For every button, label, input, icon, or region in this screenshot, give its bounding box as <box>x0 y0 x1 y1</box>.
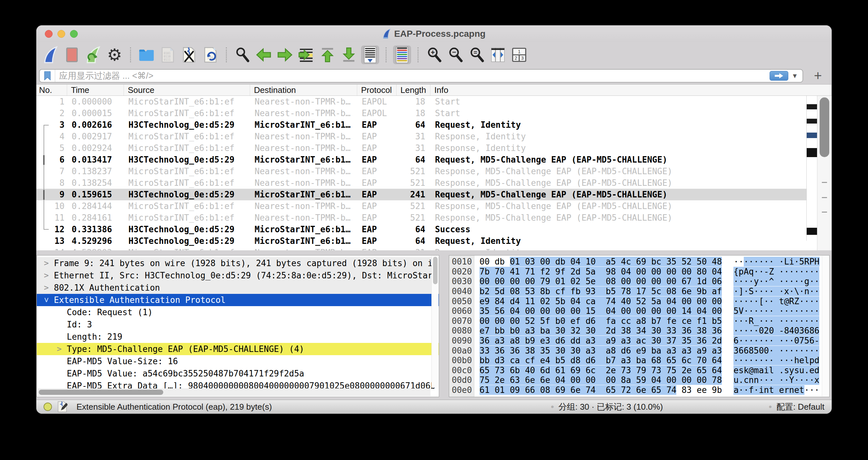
hex-row[interactable]: 00d075 2e 63 6e 6e 04 00 00 00 8a 59 04 … <box>449 375 822 385</box>
column-header-no[interactable]: No. <box>36 85 67 96</box>
hex-bytes[interactable]: 00 db 01 03 00 db 04 10 a5 4c 69 bc 35 5… <box>479 257 722 266</box>
hex-selected-run[interactable]: ·····[·· t@RZ···· <box>734 296 819 306</box>
column-header-source[interactable]: Source <box>124 85 250 96</box>
hex-row[interactable]: 001000 db 01 03 00 db 04 10 a5 4c 69 bc … <box>449 257 822 267</box>
go-back-icon[interactable] <box>255 45 273 64</box>
ascii-bytes[interactable]: ····y··^ ·····g·· <box>734 276 819 286</box>
ascii-bytes[interactable]: ········ ···helpd <box>734 356 819 365</box>
column-header-destination[interactable]: Destination <box>250 85 357 96</box>
hex-bytes[interactable]: 00 00 00 52 5f b0 ef d6 fa cc a8 b7 fe c… <box>479 316 722 326</box>
filter-apply-button[interactable] <box>770 71 788 80</box>
hex-run[interactable]: 83 ee 9b <box>676 385 722 395</box>
hex-row[interactable]: 006035 56 04 00 00 00 00 15 04 00 00 00 … <box>449 306 822 316</box>
hex-selected-run[interactable]: ········ ···helpd <box>734 356 819 365</box>
hex-bytes[interactable]: b2 5d 08 53 8b cf fb 93 b5 78 17 5c 08 6… <box>479 287 722 296</box>
hex-row[interactable]: 009036 a3 a8 b9 e3 d6 dd a3 a9 a3 ac 30 … <box>449 336 822 346</box>
chevron-collapsed-icon[interactable]: > <box>44 257 49 269</box>
hex-selected-run[interactable]: ···R_··· ········ <box>734 316 819 326</box>
packet-row[interactable]: 70.138237MicroStarINT_e6:b1:efNearest-no… <box>36 165 806 177</box>
hex-bytes[interactable]: 36 a3 a8 b9 e3 d6 dd a3 a9 a3 ac 30 37 3… <box>479 336 722 346</box>
hex-bytes[interactable]: bb d3 ca cf e4 b5 d8 d6 b7 a3 ba 68 65 6… <box>479 356 722 365</box>
scrollbar-thumb[interactable] <box>819 97 829 157</box>
find-packet-icon[interactable] <box>233 45 251 64</box>
column-header-length[interactable]: Length <box>397 85 430 96</box>
packet-row[interactable]: 50.002924MicroStarINT_e6:b1:efNearest-no… <box>36 142 806 154</box>
zoom-out-icon[interactable]: − <box>446 45 464 64</box>
column-header-info[interactable]: Info <box>430 85 832 96</box>
scrollbar-thumb[interactable] <box>39 390 163 395</box>
hex-selected-run[interactable]: ·]·S···· ·x·\·n·· <box>734 287 819 296</box>
capture-comment-icon[interactable] <box>58 401 67 412</box>
hex-row[interactable]: 007000 00 00 52 5f b0 ef d6 fa cc a8 b7 … <box>449 316 822 326</box>
close-file-icon[interactable] <box>180 45 198 64</box>
chevron-collapsed-icon[interactable]: > <box>57 343 62 355</box>
hex-run[interactable]: ·· <box>734 257 743 266</box>
hex-selected-run[interactable]: 5V······ ········ <box>734 306 819 316</box>
hex-bytes[interactable]: e9 84 d4 11 02 5b 04 ca 74 40 52 5a 04 0… <box>479 296 722 306</box>
go-to-bottom-icon[interactable] <box>340 45 358 64</box>
filter-bookmark-icon[interactable] <box>40 70 55 82</box>
detail-row[interactable]: EAP-MD5 Value-Size: 16 <box>37 355 439 367</box>
hex-bytes[interactable]: e7 bb b0 a3 ba 30 32 30 2d 38 34 30 33 3… <box>479 326 722 335</box>
packet-row[interactable]: 134.529296H3CTechnolog_0e:d5:29MicroStar… <box>36 235 806 247</box>
detail-row[interactable]: Length: 219 <box>37 331 439 343</box>
hex-row[interactable]: 0080e7 bb b0 a3 ba 30 32 30 2d 38 34 30 … <box>449 326 822 336</box>
status-packet-counts[interactable]: 分组: 30 · 已标记: 3 (10.0%) <box>559 401 663 413</box>
hex-selected-run[interactable]: {pAq··-Z ········ <box>734 267 819 276</box>
packet-row[interactable]: 80.138254MicroStarINT_e6:b1:efNearest-no… <box>36 177 806 189</box>
hex-bytes[interactable]: 61 01 09 66 08 69 6e 74 65 72 6e 65 74 8… <box>479 385 722 395</box>
details-horizontal-scrollbar[interactable] <box>37 388 430 396</box>
column-header-protocol[interactable]: Protocol <box>357 85 397 96</box>
chevron-collapsed-icon[interactable]: > <box>44 269 49 282</box>
open-file-icon[interactable] <box>137 45 156 64</box>
ascii-bytes[interactable]: ·]·S···· ·x·\·n·· <box>734 287 819 296</box>
pane-splitter[interactable] <box>36 250 832 255</box>
zoom-original-icon[interactable]: = <box>468 45 486 64</box>
detail-row[interactable]: >802.1X Authentication <box>37 282 439 294</box>
hex-selected-run[interactable]: e9 84 d4 11 02 5b 04 ca 74 40 52 5a 04 0… <box>479 296 722 306</box>
display-filter-input[interactable]: 应用显示过滤器 ... <⌘/> ▼ <box>39 69 803 83</box>
hex-run[interactable]: ··· <box>804 385 819 395</box>
save-file-icon[interactable]: 010101100111 <box>159 45 177 64</box>
hex-selected-run[interactable]: a··f·int ernet <box>734 385 804 395</box>
hex-run[interactable]: 00 db <box>479 257 510 266</box>
stop-capture-icon[interactable] <box>63 45 81 64</box>
detail-row[interactable]: >Ethernet II, Src: H3CTechnolog_0e:d5:29… <box>37 269 439 282</box>
ascii-bytes[interactable]: 3668500· ········ <box>734 346 819 356</box>
scrollbar-thumb[interactable] <box>433 257 438 284</box>
hex-row[interactable]: 00e061 01 09 66 08 69 6e 74 65 72 6e 65 … <box>449 385 822 395</box>
packet-row[interactable]: 120.331386H3CTechnolog_0e:d5:29MicroStar… <box>36 224 806 235</box>
hex-selected-run[interactable]: ····y··^ ·····g·· <box>734 276 819 286</box>
ascii-bytes[interactable]: ···R_··· ········ <box>734 316 819 326</box>
details-vertical-scrollbar[interactable] <box>431 256 438 388</box>
start-capture-icon[interactable] <box>42 45 60 64</box>
ascii-bytes[interactable]: 6······· ···0756- <box>734 336 819 346</box>
status-profile[interactable]: 配置: Default <box>776 401 825 413</box>
hex-selected-run[interactable]: 00 00 00 00 79 01 02 5e 08 00 00 00 00 6… <box>479 276 722 286</box>
hex-selected-run[interactable]: 36 a3 a8 b9 e3 d6 dd a3 a9 a3 ac 30 37 3… <box>479 336 722 346</box>
layout-chooser-icon[interactable]: 123 <box>510 45 528 64</box>
column-header-time[interactable]: Time <box>67 85 124 96</box>
detail-row[interactable]: >Frame 9: 241 bytes on wire (1928 bits),… <box>37 257 439 269</box>
ascii-bytes[interactable]: ·····[·· t@RZ···· <box>734 296 819 306</box>
detail-row[interactable]: >Extensible Authentication Protocol <box>37 294 439 306</box>
hex-bytes[interactable]: 00 00 00 00 79 01 02 5e 08 00 00 00 00 6… <box>479 276 722 286</box>
reload-file-icon[interactable]: 110 <box>202 45 219 64</box>
hex-selected-run[interactable]: 7b 70 41 71 f2 9f 2d 5a 98 04 00 00 00 0… <box>479 267 722 276</box>
go-to-packet-icon[interactable] <box>297 45 315 64</box>
ascii-bytes[interactable]: 5V······ ········ <box>734 306 819 316</box>
hex-selected-run[interactable]: b2 5d 08 53 8b cf fb 93 b5 78 17 5c 08 6… <box>479 287 722 296</box>
chevron-collapsed-icon[interactable]: > <box>44 282 49 294</box>
hex-selected-run[interactable]: 61 01 09 66 08 69 6e 74 65 72 6e 65 74 <box>479 385 676 395</box>
go-forward-icon[interactable] <box>276 45 294 64</box>
go-to-top-icon[interactable] <box>318 45 337 64</box>
chevron-expanded-icon[interactable]: > <box>40 297 53 302</box>
packet-row[interactable]: 144.529903MicroStarINT_e6:b1:efNearest-n… <box>36 247 806 250</box>
auto-scroll-icon[interactable] <box>361 45 379 64</box>
bytes-vertical-scrollbar[interactable] <box>822 256 829 396</box>
hex-selected-run[interactable]: esk@mail .sysu.ed <box>734 365 819 375</box>
ascii-bytes[interactable]: ········ ·Li·5RPH <box>734 257 819 266</box>
ascii-bytes[interactable]: a··f·int ernet··· <box>734 385 819 395</box>
packet-row[interactable]: 90.159615H3CTechnolog_0e:d5:29MicroStarI… <box>36 189 806 200</box>
resize-columns-icon[interactable] <box>489 45 507 64</box>
